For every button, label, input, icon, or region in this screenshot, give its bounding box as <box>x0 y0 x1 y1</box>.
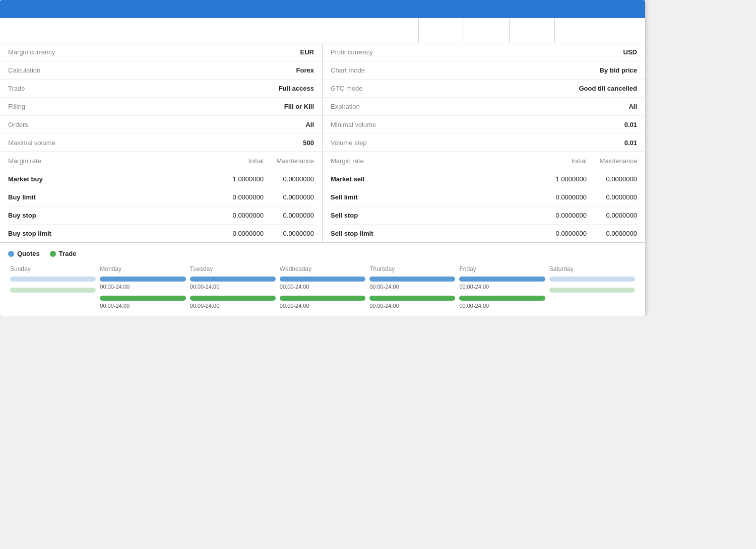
trade-row: 00:00-24:00 <box>369 296 455 309</box>
trade-row <box>549 288 635 293</box>
spec-value: Fill or Kill <box>284 103 314 110</box>
spec-value: All <box>305 121 314 128</box>
margin-row-initial: 0.0000000 <box>213 212 264 219</box>
quotes-row <box>10 277 96 282</box>
spec-value: All <box>628 103 637 110</box>
spec-column-left: Margin currencyEURCalculationForexTradeF… <box>0 43 323 152</box>
trade-row: 00:00-24:00 <box>100 296 185 309</box>
margin-header-maintenance: Maintenance <box>587 157 637 165</box>
trade-bar <box>280 296 365 301</box>
header-stat-digits <box>509 18 554 43</box>
quotes-bar <box>549 277 635 282</box>
spec-label: Expiration <box>331 103 360 110</box>
spec-row: TradeFull access <box>0 80 322 98</box>
legend: Quotes Trade <box>8 250 637 257</box>
spec-value: 0.01 <box>624 139 637 147</box>
trade-bar <box>549 288 635 293</box>
spec-label: Chart mode <box>331 66 365 74</box>
spec-value: Full access <box>279 85 314 92</box>
margin-row-label: Sell stop <box>331 212 536 219</box>
quotes-time: 00:00-24:00 <box>100 284 185 290</box>
spec-row: FillingFill or Kill <box>0 98 322 116</box>
header-stat-stops <box>600 18 645 43</box>
spec-row: ExpirationAll <box>323 98 645 116</box>
margin-header-initial: Initial <box>536 157 587 165</box>
margin-row-maintenance: 0.0000000 <box>587 175 637 183</box>
margin-row-initial: 0.0000000 <box>536 212 587 219</box>
quotes-bar <box>369 277 455 282</box>
quotes-bar <box>190 277 276 282</box>
quotes-bar <box>280 277 365 282</box>
quotes-row: 00:00-24:00 <box>100 277 185 290</box>
trade-bar <box>10 288 96 293</box>
trade-time: 00:00-24:00 <box>190 303 276 309</box>
spec-label: Profit currency <box>331 48 373 56</box>
margin-header-label: Margin rate <box>8 157 213 165</box>
spec-row: OrdersAll <box>0 116 322 134</box>
margin-row-initial: 1.0000000 <box>213 175 264 183</box>
margin-grid: Margin rate Initial Maintenance Market b… <box>0 152 645 242</box>
margin-row-maintenance: 0.0000000 <box>264 212 314 219</box>
legend-dot <box>8 251 14 257</box>
margin-section: Margin rate Initial Maintenance Market b… <box>0 152 645 243</box>
margin-data-row: Sell limit 0.0000000 0.0000000 <box>331 188 637 207</box>
spec-value: USD <box>623 48 637 56</box>
trade-bar <box>190 296 276 301</box>
margin-data-row: Buy limit 0.0000000 0.0000000 <box>8 188 314 207</box>
header-stat-contract <box>554 18 600 43</box>
quotes-row <box>549 277 635 282</box>
margin-row-label: Buy stop limit <box>8 230 213 237</box>
spec-value: By bid price <box>600 66 637 74</box>
margin-row-initial: 0.0000000 <box>213 230 264 237</box>
trade-row <box>10 288 96 293</box>
day-column: Tuesday 00:00-24:00 00:00-24:00 <box>188 265 278 309</box>
trade-row: 00:00-24:00 <box>190 296 276 309</box>
spec-value: EUR <box>300 48 314 56</box>
day-label: Monday <box>100 265 185 272</box>
spec-row: CalculationForex <box>0 61 322 80</box>
day-label: Tuesday <box>190 265 276 272</box>
spec-row: Margin currencyEUR <box>0 43 322 61</box>
margin-row-maintenance: 0.0000000 <box>587 193 637 201</box>
quotes-row: 00:00-24:00 <box>369 277 455 290</box>
day-column: Monday 00:00-24:00 00:00-24:00 <box>98 265 187 309</box>
day-column: Saturday <box>547 265 637 309</box>
quotes-row: 00:00-24:00 <box>190 277 276 290</box>
spec-value: 0.01 <box>624 121 637 128</box>
quotes-bar <box>10 277 96 282</box>
margin-row-maintenance: 0.0000000 <box>264 175 314 183</box>
quotes-row: 00:00-24:00 <box>280 277 365 290</box>
margin-row-label: Sell limit <box>331 193 536 201</box>
title-bar <box>0 0 645 18</box>
quotes-row: 00:00-24:00 <box>459 277 545 290</box>
quotes-time: 00:00-24:00 <box>280 284 365 290</box>
spec-label: Margin currency <box>8 48 55 56</box>
trade-bar <box>100 296 185 301</box>
margin-row-initial: 1.0000000 <box>536 175 587 183</box>
margin-data-row: Sell stop 0.0000000 0.0000000 <box>331 207 637 225</box>
spec-label: Calculation <box>8 66 40 74</box>
day-column: Sunday <box>8 265 98 309</box>
margin-row-initial: 0.0000000 <box>536 193 587 201</box>
spec-label: Trade <box>8 85 25 92</box>
quotes-time: 00:00-24:00 <box>190 284 276 290</box>
margin-col-left: Margin rate Initial Maintenance Market b… <box>0 152 323 242</box>
quotes-bar <box>459 277 545 282</box>
spec-label: Orders <box>8 121 28 128</box>
margin-row-label: Market sell <box>331 175 536 183</box>
spec-label: Filling <box>8 103 25 110</box>
margin-col-right: Margin rate Initial Maintenance Market s… <box>323 152 645 242</box>
margin-row-initial: 0.0000000 <box>536 230 587 237</box>
spec-column-right: Profit currencyUSDChart modeBy bid price… <box>323 43 645 152</box>
header-row <box>0 18 645 43</box>
spec-grid: Margin currencyEURCalculationForexTradeF… <box>0 43 645 152</box>
sessions-section: Quotes Trade Sunday Monday 00:00-24:00 0… <box>0 243 645 316</box>
margin-header-label: Margin rate <box>331 157 536 165</box>
spec-row: Chart modeBy bid price <box>323 61 645 80</box>
spec-value: 500 <box>303 139 314 147</box>
margin-data-row: Buy stop 0.0000000 0.0000000 <box>8 207 314 225</box>
day-label: Thursday <box>369 265 455 272</box>
trade-row: 00:00-24:00 <box>459 296 545 309</box>
symbol-info <box>0 18 418 43</box>
day-column: Friday 00:00-24:00 00:00-24:00 <box>457 265 547 309</box>
